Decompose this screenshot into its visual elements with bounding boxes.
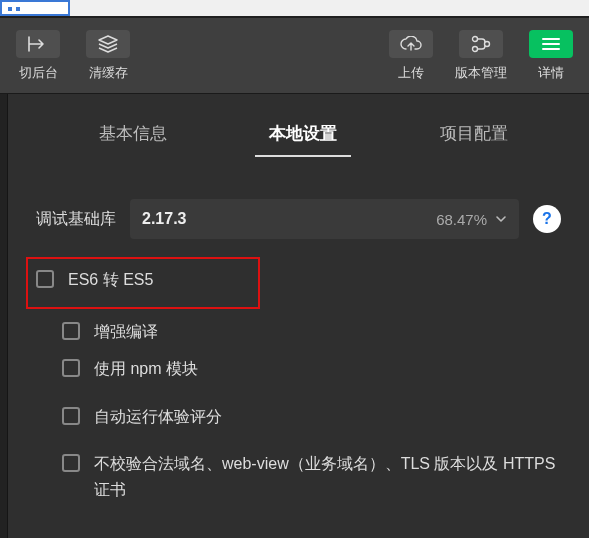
menu-icon xyxy=(529,30,573,58)
toolbar-upload-button[interactable]: 上传 xyxy=(379,25,443,87)
option-label: 不校验合法域名、web-view（业务域名）、TLS 版本以及 HTTPS 证书 xyxy=(94,451,561,502)
debug-base-lib-label: 调试基础库 xyxy=(36,209,116,230)
option-label: ES6 转 ES5 xyxy=(68,267,561,293)
option-use-npm[interactable]: 使用 npm 模块 xyxy=(36,356,561,382)
option-label: 使用 npm 模块 xyxy=(94,356,561,382)
option-label: 增强编译 xyxy=(94,319,561,345)
checkbox[interactable] xyxy=(36,270,54,288)
base-lib-value: 2.17.3 xyxy=(142,210,186,228)
toolbar-version-button[interactable]: 版本管理 xyxy=(449,25,513,87)
window-tab-strip xyxy=(0,0,589,18)
exit-icon xyxy=(16,30,60,58)
window-tab xyxy=(0,0,70,16)
toolbar-label: 切后台 xyxy=(19,64,58,82)
toolbar-label: 详情 xyxy=(538,64,564,82)
option-enhanced-compile[interactable]: 增强编译 xyxy=(36,319,561,345)
svg-point-2 xyxy=(485,41,490,46)
toolbar-label: 版本管理 xyxy=(455,64,507,82)
debug-base-lib-row: 调试基础库 2.17.3 68.47% ? xyxy=(36,199,561,239)
panel-edge xyxy=(0,94,8,538)
option-es6-to-es5[interactable]: ES6 转 ES5 xyxy=(36,267,561,293)
svg-point-1 xyxy=(473,46,478,51)
help-button[interactable]: ? xyxy=(533,205,561,233)
layers-icon xyxy=(86,30,130,58)
option-no-domain-check[interactable]: 不校验合法域名、web-view（业务域名）、TLS 版本以及 HTTPS 证书 xyxy=(36,451,561,502)
settings-panel: 基本信息 本地设置 项目配置 调试基础库 2.17.3 68.47% ? xyxy=(8,94,589,538)
toolbar-label: 上传 xyxy=(398,64,424,82)
tab-local-settings[interactable]: 本地设置 xyxy=(263,112,343,159)
checkbox[interactable] xyxy=(62,359,80,377)
toolbar-label: 清缓存 xyxy=(89,64,128,82)
tab-bar: 基本信息 本地设置 项目配置 xyxy=(8,112,589,159)
cloud-upload-icon xyxy=(389,30,433,58)
base-lib-select[interactable]: 2.17.3 68.47% xyxy=(130,199,519,239)
option-label: 自动运行体验评分 xyxy=(94,404,561,430)
toolbar-clear-cache-button[interactable]: 清缓存 xyxy=(76,25,140,87)
compile-options: ES6 转 ES5 增强编译 使用 npm 模块 自动运行体验评分 不校验合法域… xyxy=(36,267,561,503)
checkbox[interactable] xyxy=(62,322,80,340)
checkbox[interactable] xyxy=(62,407,80,425)
toolbar: 切后台 清缓存 上传 版本管理 详情 xyxy=(0,18,589,94)
option-auto-score[interactable]: 自动运行体验评分 xyxy=(36,404,561,430)
toolbar-details-button[interactable]: 详情 xyxy=(519,25,583,87)
chevron-down-icon xyxy=(495,213,507,225)
svg-point-0 xyxy=(473,36,478,41)
checkbox[interactable] xyxy=(62,454,80,472)
tab-project-config[interactable]: 项目配置 xyxy=(434,112,514,159)
tab-basic-info[interactable]: 基本信息 xyxy=(93,112,173,159)
base-lib-percent: 68.47% xyxy=(436,211,487,228)
branch-icon xyxy=(459,30,503,58)
toolbar-background-button[interactable]: 切后台 xyxy=(6,25,70,87)
